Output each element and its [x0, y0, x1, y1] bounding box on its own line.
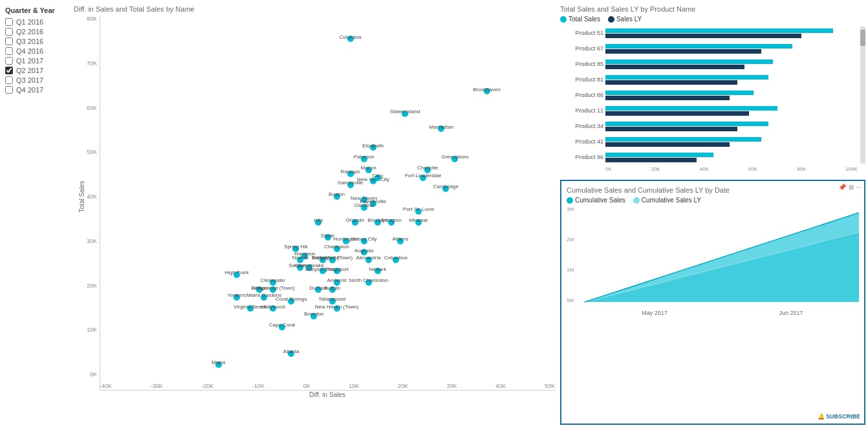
right-panel: Total Sales and Sales LY by Product Name…: [558, 0, 868, 430]
filter-item[interactable]: Q4 2016: [5, 47, 66, 55]
line-y-tick: 0M: [567, 297, 574, 303]
bar-product-label: Product 96: [561, 154, 603, 160]
bar-product-label: Product 85: [561, 61, 603, 67]
scatter-dot-label: Columbus: [384, 255, 407, 261]
scatter-dot-label: Miami: [325, 255, 339, 261]
bar-group: [605, 28, 845, 38]
line-y-tick: 1M: [567, 267, 574, 273]
scatter-dot-label: Boston: [329, 191, 345, 197]
scatter-y-tick: 80K: [87, 16, 97, 22]
bar-chart-title: Total Sales and Sales LY by Product Name: [560, 5, 865, 13]
bar-total: [605, 59, 773, 64]
more-icon[interactable]: ···: [856, 184, 862, 191]
filter-checkbox[interactable]: [5, 76, 13, 84]
bar-total: [605, 75, 768, 80]
bar-group: [605, 75, 845, 85]
bar-scrollbar[interactable]: [860, 27, 865, 164]
scatter-dot-label: North Charleston: [349, 277, 388, 283]
scatter-dot-label: Macon: [361, 165, 376, 171]
scatter-dot-label: Staten Island: [390, 109, 420, 114]
bar-row: Product 96: [605, 151, 865, 164]
filter-item-label: Q4 2017: [16, 86, 43, 94]
filter-item-label: Q3 2016: [16, 38, 43, 45]
subscribe-label[interactable]: SUBSCRIBE: [826, 413, 860, 420]
bar-total: [605, 44, 792, 48]
bar-group: [605, 44, 845, 54]
scatter-dot-label: Coral Springs: [276, 296, 307, 302]
expand-icon[interactable]: ⊞: [849, 184, 854, 191]
filter-item[interactable]: Q2 2017: [5, 67, 66, 74]
filter-title: Quarter & Year: [5, 6, 66, 14]
scatter-y-axis: 80K70K60K50K40K30K20K10K0K: [80, 16, 100, 378]
scatter-dot-label: Amherst: [327, 277, 347, 283]
scatter-dot-label: Paterson: [354, 154, 374, 160]
filter-item[interactable]: Q3 2016: [5, 38, 66, 45]
bar-row: Product 66: [605, 89, 865, 102]
scatter-title: Diff. in Sales and Total Sales by Name: [74, 5, 555, 13]
filter-item[interactable]: Q4 2017: [5, 86, 66, 94]
scatter-y-tick: 30K: [87, 238, 97, 244]
scatter-dot-label: Manhattan: [429, 124, 453, 130]
scatter-dot-label: Yonkers: [228, 292, 246, 298]
line-legend-label: Cumulative Sales LY: [642, 197, 701, 204]
line-y-axis: 3M2M1M0M: [567, 206, 574, 303]
filter-item[interactable]: Q1 2016: [5, 18, 66, 26]
bar-group: [605, 153, 845, 162]
bar-total: [605, 106, 777, 111]
filter-checkbox[interactable]: [5, 57, 13, 65]
filter-checkbox[interactable]: [5, 86, 13, 94]
scatter-dot-label: Elizabeth: [362, 143, 384, 149]
bar-legend-item: Sales LY: [608, 16, 642, 23]
bar-ly: [605, 142, 730, 147]
filter-checkbox[interactable]: [5, 47, 13, 55]
filter-checkbox[interactable]: [5, 38, 13, 45]
scatter-dot-label: Brookhaven: [473, 87, 501, 92]
bar-total: [605, 122, 768, 126]
bar-row: Product 41: [605, 135, 865, 148]
scatter-dot-label: Hempstead (Town): [252, 285, 295, 291]
bar-x-tick: 20K: [651, 166, 660, 172]
bar-x-tick: 0K: [605, 166, 612, 172]
pin-icon[interactable]: 📌: [838, 184, 846, 191]
filter-item-label: Q2 2017: [16, 67, 43, 74]
scatter-x-tick: -20K: [201, 383, 213, 389]
filter-item[interactable]: Q2 2016: [5, 28, 66, 36]
bar-group: [605, 59, 845, 69]
bar-product-label: Product 34: [561, 123, 603, 129]
bar-row: Product 34: [605, 120, 865, 133]
scatter-y-tick: 40K: [87, 193, 97, 200]
line-chart-container: 📌 ⊞ ··· Cumulative Sales and Cumulative …: [560, 180, 865, 425]
scatter-dot-label: Islip: [314, 217, 323, 223]
filter-item[interactable]: Q1 2017: [5, 57, 66, 65]
scatter-dot-label: Bridgeport: [325, 266, 349, 272]
bar-chart-container: Total Sales and Sales LY by Product Name…: [560, 5, 865, 177]
filter-panel: Quarter & Year Q1 2016Q2 2016Q3 2016Q4 2…: [0, 0, 71, 430]
scatter-x-label: Diff. in Sales: [309, 391, 345, 398]
line-y-tick: 2M: [567, 237, 574, 242]
subscribe-button[interactable]: 🔔 SUBSCRIBE: [818, 413, 860, 420]
bar-ly: [605, 49, 761, 54]
filter-checkbox[interactable]: [5, 18, 13, 26]
scatter-wrapper: Total Sales 80K70K60K50K40K30K20K10K0K C…: [100, 16, 555, 378]
scatter-dot-label: Oakland: [354, 202, 374, 208]
scatter-dot-label: Atlanta: [283, 349, 299, 354]
scatter-dot-label: Brandon: [304, 311, 323, 317]
bar-total: [605, 28, 833, 33]
filter-item[interactable]: Q3 2017: [5, 76, 66, 84]
scatter-y-tick: 0K: [90, 371, 97, 378]
filter-checkbox[interactable]: [5, 67, 13, 74]
legend-color-dot: [560, 16, 567, 23]
scatter-dot-label: Charlotte: [417, 165, 438, 171]
bar-ly: [605, 111, 749, 116]
scatter-x-tick: 0K: [303, 383, 310, 389]
bar-product-label: Product 11: [561, 107, 603, 114]
scatter-y-tick: 10K: [87, 327, 97, 333]
bar-scrollbar-thumb[interactable]: [860, 30, 865, 46]
filter-checkbox[interactable]: [5, 28, 13, 36]
bar-x-tick: 100K: [845, 166, 858, 172]
filter-item-label: Q4 2016: [16, 47, 43, 55]
line-legend-item: Cumulative Sales: [567, 197, 625, 204]
bar-total: [605, 91, 754, 95]
bar-chart-area: Product 51Product 67Product 85Product 81…: [560, 27, 865, 164]
scatter-dot-label: Tallahassee: [318, 296, 345, 302]
